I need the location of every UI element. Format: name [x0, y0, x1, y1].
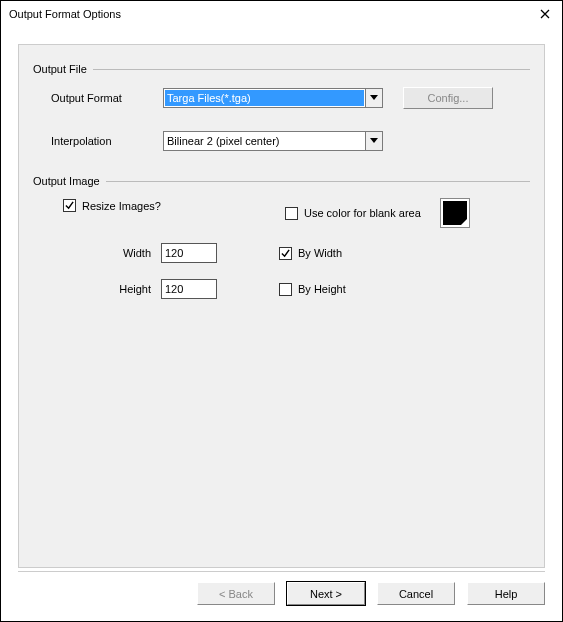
blank-color-label: Use color for blank area [304, 207, 421, 219]
by-width-label: By Width [298, 247, 342, 259]
interpolation-label: Interpolation [33, 135, 163, 147]
help-button[interactable]: Help [467, 582, 545, 605]
blank-color-checkbox[interactable] [285, 207, 298, 220]
check-icon [65, 201, 74, 210]
resize-row: Resize Images? Use color for blank area [33, 199, 530, 227]
output-format-label: Output Format [33, 92, 163, 104]
dropdown-arrow-button[interactable] [365, 132, 382, 150]
width-input[interactable] [161, 243, 217, 263]
output-image-header: Output Image [33, 175, 530, 187]
divider [93, 69, 530, 70]
output-format-value: Targa Files(*.tga) [165, 90, 364, 106]
chevron-down-icon [370, 138, 378, 144]
cancel-button[interactable]: Cancel [377, 582, 455, 605]
resize-checkbox[interactable] [63, 199, 76, 212]
dialog-content: Output File Output Format Targa Files(*.… [18, 44, 545, 568]
close-button[interactable] [534, 5, 556, 23]
by-height-label: By Height [298, 283, 346, 295]
check-icon [281, 249, 290, 258]
output-image-body: Resize Images? Use color for blank area … [33, 187, 530, 299]
output-file-label: Output File [33, 63, 93, 75]
by-width-checkbox[interactable] [279, 247, 292, 260]
resize-label: Resize Images? [82, 200, 161, 212]
close-icon [540, 9, 550, 19]
chevron-down-icon [370, 95, 378, 101]
next-button[interactable]: Next > [287, 582, 365, 605]
height-input[interactable] [161, 279, 217, 299]
by-height-checkbox[interactable] [279, 283, 292, 296]
blank-color-swatch[interactable] [441, 199, 469, 227]
output-image-label: Output Image [33, 175, 106, 187]
window-title: Output Format Options [9, 8, 121, 20]
titlebar: Output Format Options [1, 1, 562, 27]
divider [106, 181, 530, 182]
width-row: Width By Width [33, 243, 530, 263]
config-button[interactable]: Config... [403, 87, 493, 109]
interpolation-select[interactable]: Bilinear 2 (pixel center) [163, 131, 383, 151]
interpolation-value: Bilinear 2 (pixel center) [164, 132, 365, 150]
dropdown-arrow-button[interactable] [365, 89, 382, 107]
interpolation-row: Interpolation Bilinear 2 (pixel center) [33, 131, 530, 151]
back-button[interactable]: < Back [197, 582, 275, 605]
height-row: Height By Height [33, 279, 530, 299]
output-file-header: Output File [33, 63, 530, 75]
footer: < Back Next > Cancel Help [18, 571, 545, 611]
output-format-row: Output Format Targa Files(*.tga) Config.… [33, 87, 530, 109]
height-label: Height [93, 283, 161, 295]
width-label: Width [93, 247, 161, 259]
output-format-select[interactable]: Targa Files(*.tga) [163, 88, 383, 108]
